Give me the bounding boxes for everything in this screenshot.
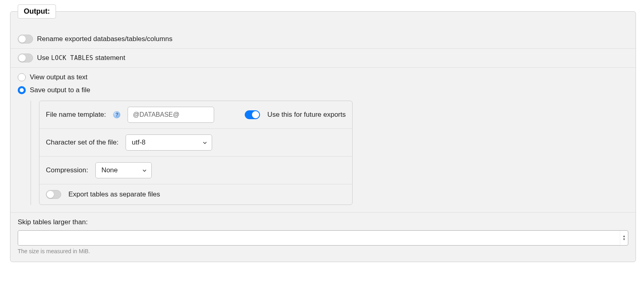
skip-section: Skip tables larger than: ▲ ▼ The size is… <box>10 212 636 262</box>
rename-toggle[interactable] <box>18 35 33 43</box>
chevron-down-icon <box>202 140 208 145</box>
future-exports-toggle[interactable] <box>245 110 260 119</box>
template-label: File name template: <box>46 111 106 119</box>
compression-row: Compression: None <box>39 157 352 184</box>
skip-hint: The size is measured in MiB. <box>18 248 628 254</box>
charset-row: Character set of the file: utf-8 <box>39 129 352 157</box>
compression-label: Compression: <box>46 166 88 174</box>
view-text-label: View output as text <box>30 73 87 81</box>
lock-prefix: Use <box>37 54 51 62</box>
output-legend: Output: <box>18 4 56 19</box>
lock-toggle[interactable] <box>18 54 33 62</box>
output-mode-group: View output as text Save output to a fil… <box>10 68 636 205</box>
template-row: File name template: ? Use this for futur… <box>39 101 352 129</box>
skip-stepper[interactable]: ▲ ▼ <box>620 231 628 245</box>
help-icon[interactable]: ? <box>113 111 120 118</box>
separate-files-row: Export tables as separate files <box>39 184 352 205</box>
save-file-option[interactable]: Save output to a file <box>10 84 636 97</box>
view-text-radio[interactable] <box>18 73 26 81</box>
separate-files-toggle[interactable] <box>46 190 61 199</box>
rename-label: Rename exported databases/tables/columns <box>37 35 172 43</box>
view-text-option[interactable]: View output as text <box>10 71 636 84</box>
charset-value: utf-8 <box>132 138 145 147</box>
save-file-label: Save output to a file <box>30 86 90 94</box>
compression-value: None <box>101 166 118 174</box>
future-exports-label: Use this for future exports <box>267 111 346 119</box>
lock-code: LOCK TABLES <box>51 54 93 62</box>
skip-input[interactable] <box>18 231 620 245</box>
stepper-down-icon[interactable]: ▼ <box>623 238 626 241</box>
save-file-radio[interactable] <box>18 86 26 94</box>
save-options-table: File name template: ? Use this for futur… <box>39 101 353 205</box>
skip-input-container: ▲ ▼ <box>18 230 628 246</box>
lock-row: Use LOCK TABLES statement <box>10 49 636 68</box>
skip-label: Skip tables larger than: <box>18 214 628 230</box>
rename-row: Rename exported databases/tables/columns <box>10 30 636 49</box>
charset-label: Character set of the file: <box>46 138 118 147</box>
save-options-panel: File name template: ? Use this for futur… <box>31 101 353 205</box>
lock-suffix: statement <box>93 54 125 62</box>
chevron-down-icon <box>142 167 147 173</box>
output-fieldset: Output: Rename exported databases/tables… <box>10 11 636 262</box>
lock-label: Use LOCK TABLES statement <box>37 54 125 62</box>
template-input[interactable] <box>128 107 214 123</box>
separate-files-label: Export tables as separate files <box>68 190 160 198</box>
charset-select[interactable]: utf-8 <box>126 134 212 151</box>
compression-select[interactable]: None <box>95 162 152 178</box>
